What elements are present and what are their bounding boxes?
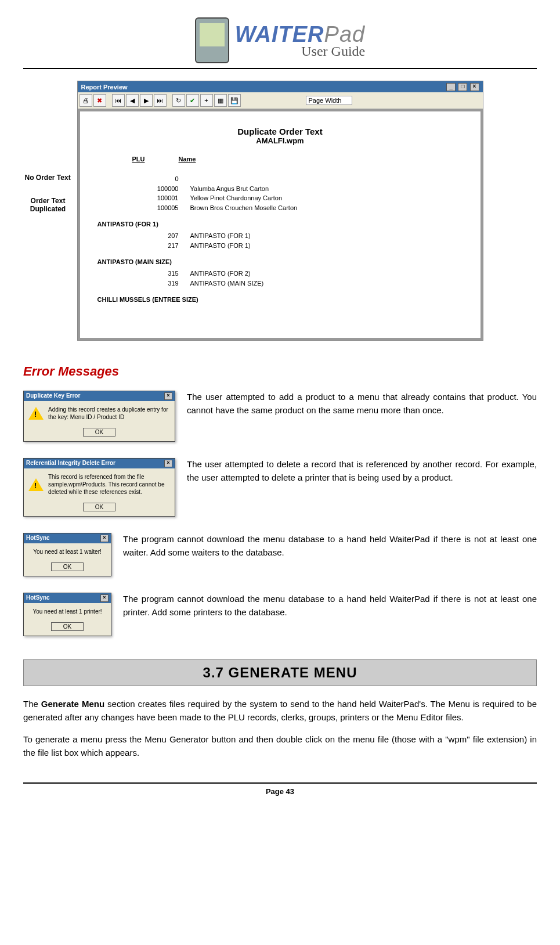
dialog-body: This record is referenced from the file … — [24, 468, 175, 500]
table-row: 0 — [132, 174, 463, 184]
ok-button[interactable]: OK — [51, 562, 84, 571]
error-description: The user attempted to add a product to a… — [187, 391, 537, 417]
close-icon[interactable]: × — [164, 392, 172, 400]
first-page-button[interactable]: ⏮ — [112, 94, 125, 107]
maximize-icon[interactable]: □ — [458, 83, 467, 91]
table-row: 217ANTIPASTO (FOR 1) — [132, 241, 463, 251]
close-icon[interactable]: × — [100, 535, 109, 542]
ok-button[interactable]: OK — [83, 428, 115, 437]
body-paragraph-1: The Generate Menu section creates files … — [23, 698, 537, 724]
page-header: WAITERPad User Guide — [23, 17, 537, 69]
dialog-body: You need at least 1 waiter! — [24, 543, 111, 560]
ok-button[interactable]: OK — [51, 622, 84, 631]
brand-logo: WAITERPad User Guide — [195, 17, 365, 63]
dialog-titlebar: HotSync × — [24, 593, 111, 603]
report-titlebar: Report Preview _ □ × — [78, 81, 483, 92]
col-plu: PLU — [132, 156, 179, 163]
error-item: HotSync × You need at least 1 waiter! OK… — [23, 533, 537, 576]
dialog-hotsync-printer: HotSync × You need at least 1 printer! O… — [23, 593, 111, 636]
callout-order-text-duplicated: Order Text Duplicated — [25, 197, 71, 213]
ok-button[interactable]: OK — [83, 503, 115, 511]
error-description: The program cannot download the menu dat… — [123, 533, 537, 559]
next-page-button[interactable]: ▶ — [140, 94, 153, 107]
dialog-message: You need at least 1 waiter! — [33, 548, 102, 556]
dialog-message: You need at least 1 printer! — [32, 608, 102, 615]
report-preview-figure: No Order Text Order Text Duplicated Repo… — [77, 81, 483, 341]
error-item: HotSync × You need at least 1 printer! O… — [23, 593, 537, 636]
error-description: The program cannot download the menu dat… — [123, 593, 537, 619]
dialog-titlebar: Duplicate Key Error × — [24, 391, 175, 401]
error-messages-heading: Error Messages — [23, 364, 537, 379]
report-column-headers: PLU Name — [132, 156, 463, 163]
print-button[interactable]: 🖨 — [80, 94, 92, 107]
dialog-title-text: Duplicate Key Error — [26, 392, 80, 400]
report-section-heading: ANTIPASTO (MAIN SIZE) — [97, 258, 463, 265]
check-button[interactable]: ✔ — [186, 94, 199, 107]
report-section-heading: CHILLI MUSSELS (ENTREE SIZE) — [97, 296, 463, 303]
table-row: 100001Yellow Pinot Chardonnay Carton — [132, 193, 463, 203]
last-page-button[interactable]: ⏭ — [154, 94, 167, 107]
dialog-title-text: HotSync — [26, 535, 50, 542]
warning-icon — [28, 407, 44, 420]
dialog-body: Adding this record creates a duplicate e… — [24, 401, 175, 425]
report-window-title: Report Preview — [81, 84, 128, 91]
close-icon[interactable]: × — [164, 460, 172, 467]
pda-icon — [195, 17, 229, 63]
report-page: Duplicate Order Text AMALFI.wpm PLU Name… — [80, 111, 480, 338]
report-toolbar: 🖨 ✖ ⏮ ◀ ▶ ⏭ ↻ ✔ + ▦ 💾 Page Width — [78, 92, 483, 109]
table-row: 100005Brown Bros Crouchen Moselle Carton — [132, 203, 463, 213]
refresh-button[interactable]: ↻ — [172, 94, 185, 107]
col-name: Name — [179, 156, 196, 163]
dialog-duplicate-key: Duplicate Key Error × Adding this record… — [23, 391, 175, 442]
brand-subtitle: User Guide — [235, 44, 365, 59]
error-item: Referential Integrity Delete Error × Thi… — [23, 458, 537, 517]
dialog-referential-integrity: Referential Integrity Delete Error × Thi… — [23, 458, 175, 517]
zoom-in-button[interactable]: + — [200, 94, 213, 107]
page-footer: Page 43 — [23, 782, 537, 796]
report-body: Duplicate Order Text AMALFI.wpm PLU Name… — [78, 109, 483, 340]
error-description: The user attempted to delete a record th… — [187, 458, 537, 484]
zoom-select[interactable]: Page Width — [306, 96, 353, 105]
grid-button[interactable]: ▦ — [214, 94, 227, 107]
table-row: 100000Yalumba Angus Brut Carton — [132, 184, 463, 194]
close-icon[interactable]: × — [100, 594, 109, 602]
report-title: Duplicate Order Text — [97, 127, 463, 136]
report-subtitle: AMALFI.wpm — [97, 136, 463, 145]
window-controls: _ □ × — [446, 82, 479, 91]
table-row: 315ANTIPASTO (FOR 2) — [132, 269, 463, 279]
table-row: 207ANTIPASTO (FOR 1) — [132, 231, 463, 241]
callout-no-order-text: No Order Text — [25, 174, 71, 182]
brand-pad-text: Pad — [324, 22, 366, 46]
report-section-heading: ANTIPASTO (FOR 1) — [97, 221, 463, 228]
bold-generate-menu: Generate Menu — [41, 699, 104, 709]
dialog-titlebar: HotSync × — [24, 533, 111, 543]
close-report-button[interactable]: ✖ — [93, 94, 106, 107]
save-button[interactable]: 💾 — [228, 94, 241, 107]
dialog-titlebar: Referential Integrity Delete Error × — [24, 459, 175, 468]
table-row: 319ANTIPASTO (MAIN SIZE) — [132, 279, 463, 288]
body-paragraph-2: To generate a menu press the Menu Genera… — [23, 733, 537, 759]
dialog-title-text: Referential Integrity Delete Error — [26, 460, 115, 467]
dialog-body: You need at least 1 printer! — [24, 603, 111, 620]
warning-icon — [28, 478, 44, 491]
dialog-message: Adding this record creates a duplicate e… — [48, 406, 170, 421]
prev-page-button[interactable]: ◀ — [126, 94, 139, 107]
section-3-7-heading: 3.7 GENERATE MENU — [23, 659, 537, 686]
brand-main-text: WAITER — [235, 22, 324, 46]
report-preview-window: Report Preview _ □ × 🖨 ✖ ⏮ ◀ ▶ ⏭ ↻ ✔ + — [77, 81, 483, 341]
dialog-hotsync-waiter: HotSync × You need at least 1 waiter! OK — [23, 533, 111, 576]
dialog-message: This record is referenced from the file … — [48, 473, 170, 496]
close-icon[interactable]: × — [470, 83, 479, 91]
dialog-title-text: HotSync — [26, 594, 50, 602]
minimize-icon[interactable]: _ — [446, 83, 456, 91]
error-item: Duplicate Key Error × Adding this record… — [23, 391, 537, 442]
